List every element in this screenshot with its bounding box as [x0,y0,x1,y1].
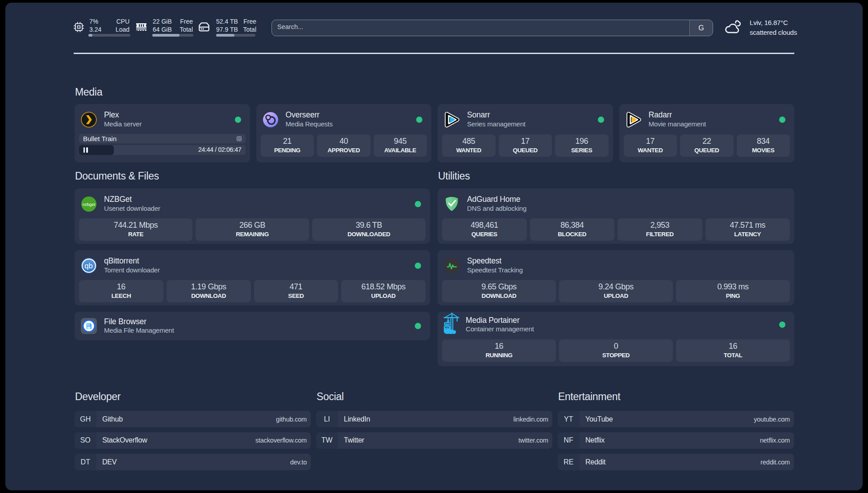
svg-text:qb: qb [84,261,92,269]
svg-text:nzbget: nzbget [83,201,96,206]
